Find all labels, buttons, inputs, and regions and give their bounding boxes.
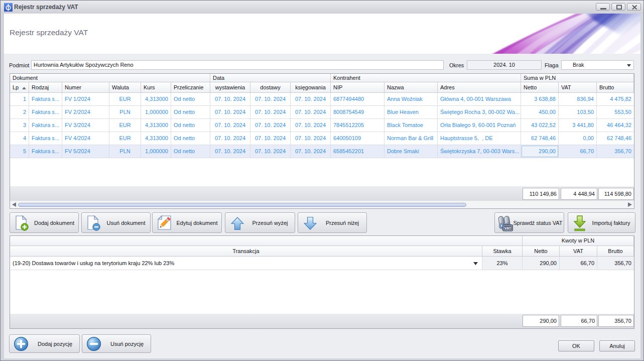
svg-text:VAT: VAT [504, 226, 511, 230]
